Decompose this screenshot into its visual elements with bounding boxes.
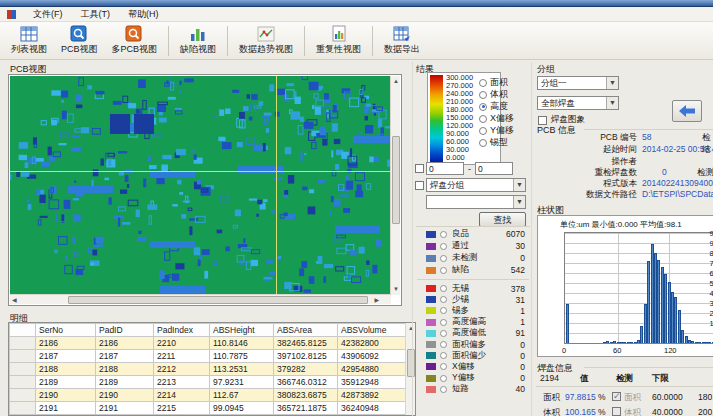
data-export-button[interactable]: 数据导出 [377, 24, 427, 58]
data-trend-view-button[interactable]: 数据趋势视图 [232, 24, 300, 58]
radio-icon[interactable] [440, 285, 447, 292]
chevron-down-icon[interactable]: ▼ [513, 196, 525, 208]
multi-pcb-view-button[interactable]: 多PCB视图 [105, 24, 165, 58]
grouping-section-title: 分组 [537, 63, 555, 76]
status-row-y-offset[interactable]: Y偏移0 [413, 373, 533, 384]
status-list: 良品6070 通过30 未检测0 缺陷542 无锡378 少锡31 锡多1 高度… [413, 228, 533, 395]
pcb-board-graphic [10, 76, 391, 295]
multi-pcb-view-icon [125, 25, 143, 42]
radio-icon[interactable] [440, 267, 447, 274]
chevron-down-icon[interactable]: ▼ [606, 97, 618, 109]
status-row-no-solder[interactable]: 无锡378 [413, 283, 533, 294]
col-padid[interactable]: PadID [96, 324, 154, 337]
pcb-horizontal-scrollbar[interactable]: ◀ ▶ [10, 294, 391, 304]
menu-file[interactable]: 文件(F) [24, 7, 72, 22]
radio-icon[interactable] [440, 375, 447, 382]
pcb-vertical-scrollbar[interactable]: ▲ ▼ [390, 76, 400, 295]
status-row-good[interactable]: 良品6070 [413, 228, 533, 240]
status-row-height-low[interactable]: 高度偏低91 [413, 328, 533, 339]
table-row[interactable]: 218621862210110.8146382465.812542382800 [10, 337, 408, 350]
group-dropdown[interactable]: 分组一▼ [537, 76, 619, 90]
radio-icon[interactable] [440, 352, 447, 359]
col-absvolume[interactable]: ABSVolume [338, 324, 408, 337]
menu-bar: 文件(F) 工具(T) 帮助(H) [0, 7, 713, 22]
chevron-down-icon[interactable]: ▼ [513, 179, 525, 191]
table-row[interactable]: 218821882212113.253137928242954880 [10, 363, 408, 376]
table-row[interactable]: 218721872211110.7875397102.812543906092 [10, 350, 408, 363]
scroll-down-icon[interactable]: ▼ [393, 285, 399, 294]
scroll-up-icon[interactable]: ▲ [393, 77, 399, 86]
menu-tools[interactable]: 工具(T) [72, 7, 120, 22]
col-absarea[interactable]: ABSArea [274, 324, 338, 337]
col-absheight[interactable]: ABSHeight [210, 324, 274, 337]
status-row-area-more[interactable]: 面积偏多0 [413, 339, 533, 350]
range-to-input[interactable]: 0 [475, 162, 513, 175]
status-row-pass[interactable]: 通过30 [413, 240, 533, 252]
back-arrow-button[interactable] [672, 100, 702, 122]
pcb-board-canvas[interactable] [10, 76, 391, 295]
status-color-swatch [426, 285, 436, 292]
status-color-swatch [426, 307, 436, 314]
status-row-area-less[interactable]: 面积偏少0 [413, 350, 533, 361]
secondary-dropdown[interactable]: ▼ [426, 195, 526, 209]
status-color-swatch [426, 231, 436, 238]
table-row[interactable]: 21892189221397.9231366746.031235912948 [10, 376, 408, 389]
toolbar-button-label: 列表视图 [11, 43, 47, 56]
pad-group-checkbox[interactable] [415, 181, 424, 190]
chevron-down-icon[interactable]: ▼ [606, 77, 618, 89]
status-row-height-high[interactable]: 高度偏高1 [413, 317, 533, 328]
radio-icon[interactable] [440, 341, 447, 348]
radio-icon[interactable] [440, 319, 447, 326]
status-row-less-solder[interactable]: 少锡31 [413, 294, 533, 305]
radio-icon[interactable] [440, 243, 447, 250]
scroll-left-icon[interactable]: ◀ [12, 296, 17, 305]
repeatability-view-button[interactable]: 重复性视图 [309, 24, 368, 58]
scroll-right-icon[interactable]: ▶ [374, 296, 379, 305]
checkbox-icon[interactable] [612, 407, 621, 416]
metric-radio-solder-shape[interactable]: 锡型 [479, 136, 508, 149]
toolbar-button-label: 数据导出 [384, 43, 420, 56]
defect-view-button[interactable]: 缺陷视图 [173, 24, 223, 58]
radio-icon[interactable] [479, 91, 487, 99]
radio-icon[interactable] [440, 255, 447, 262]
scrollbar-thumb[interactable] [392, 136, 400, 224]
results-panel: 结果 300.000 270.000 240.000 210.000 180.0… [412, 62, 532, 416]
data-export-icon [393, 26, 412, 42]
col-padindex[interactable]: PadIndex [154, 324, 210, 337]
range-from-input[interactable]: 0 [426, 162, 464, 175]
menu-help[interactable]: 帮助(H) [119, 7, 168, 22]
checkbox-icon[interactable] [612, 392, 621, 401]
status-row-defect[interactable]: 缺陷542 [413, 264, 533, 276]
details-table-frame: SerNo PadID PadIndex ABSHeight ABSArea A… [8, 322, 416, 416]
pcb-view-button[interactable]: PCB视图 [54, 24, 105, 58]
range-filter-checkbox[interactable] [415, 164, 424, 173]
radio-icon[interactable] [440, 330, 447, 337]
radio-icon[interactable] [440, 296, 447, 303]
radio-icon[interactable] [440, 231, 447, 238]
scrollbar-thumb[interactable] [68, 296, 368, 304]
radio-icon[interactable] [479, 127, 487, 135]
list-view-button[interactable]: 列表视图 [4, 24, 54, 58]
radio-icon[interactable] [479, 103, 487, 111]
table-row[interactable]: 219021902214112.67380823.687542873892 [10, 389, 408, 402]
table-row[interactable]: 21912191221599.0945365721.187536240948 [10, 402, 408, 415]
status-row-short[interactable]: 短路40 [413, 384, 533, 395]
radio-icon[interactable] [440, 386, 447, 393]
status-row-x-offset[interactable]: X偏移0 [413, 361, 533, 372]
status-row-more-solder[interactable]: 锡多1 [413, 305, 533, 316]
pad-filter-dropdown[interactable]: 全部焊盘▼ [537, 96, 619, 110]
radio-icon[interactable] [479, 115, 487, 123]
search-button[interactable]: 查找 [479, 212, 526, 227]
col-serno[interactable]: SerNo [36, 324, 96, 337]
status-color-swatch [426, 255, 436, 262]
radio-icon[interactable] [440, 307, 447, 314]
status-row-untested[interactable]: 未检测0 [413, 252, 533, 264]
radio-icon[interactable] [479, 139, 487, 147]
histogram-chart: 单位:um 最小值:0.000 平均值:98.1 090180270360450… [537, 215, 713, 357]
status-color-swatch [426, 267, 436, 274]
status-color-swatch [426, 243, 436, 250]
radio-icon[interactable] [440, 363, 447, 370]
radio-icon[interactable] [479, 79, 487, 87]
pad-group-dropdown[interactable]: 焊盘分组▼ [426, 178, 526, 192]
histogram-stats-text: 单位:um 最小值:0.000 平均值:98.1 [560, 219, 682, 230]
